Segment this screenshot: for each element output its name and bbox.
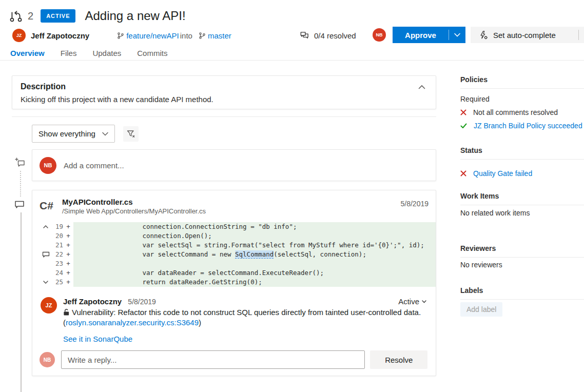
policy-text: Not all comments resolved bbox=[473, 108, 558, 116]
comment-thread-icon bbox=[14, 200, 25, 210]
csharp-file-icon: C# bbox=[40, 200, 53, 212]
line-comment-icon[interactable] bbox=[40, 251, 52, 258]
button-divider bbox=[578, 30, 579, 40]
clear-filter-button[interactable] bbox=[123, 126, 139, 142]
add-label-button[interactable]: Add label bbox=[460, 302, 502, 317]
approve-button[interactable]: Approve bbox=[393, 27, 465, 43]
file-path: /Simple Web App/Controllers/MyAPIControl… bbox=[62, 207, 206, 215]
highlighted-token[interactable]: SqlCommand bbox=[235, 250, 274, 259]
required-label: Required bbox=[460, 95, 584, 103]
avatar: NB bbox=[373, 28, 386, 42]
diff-line: 25 + return dataReader.GetString(0); bbox=[32, 278, 436, 287]
status-badge: ACTIVE bbox=[41, 9, 75, 23]
avatar: JZ bbox=[12, 29, 26, 42]
build-policy-link[interactable]: JZ Branch Build Policy succeeded bbox=[474, 122, 582, 130]
diff-sign: + bbox=[63, 259, 73, 268]
tab-updates[interactable]: Updates bbox=[92, 49, 121, 57]
pr-title-row: 2 ACTIVE Adding a new API! bbox=[9, 7, 186, 25]
pr-number: 2 bbox=[28, 10, 33, 22]
reviewers-header: Reviewers bbox=[460, 244, 584, 258]
branch-icon bbox=[199, 32, 206, 40]
add-comment-card: NB bbox=[32, 149, 436, 181]
add-comment-input[interactable] bbox=[64, 161, 436, 170]
approve-label: Approve bbox=[393, 31, 449, 40]
description-title: Description bbox=[21, 82, 427, 91]
resolve-button[interactable]: Resolve bbox=[370, 350, 427, 369]
rule-link[interactable]: roslyn.sonaranalyzer.security.cs:S3649 bbox=[66, 318, 199, 327]
code-text: var selectCommand = new SqlCommand(selec… bbox=[73, 250, 436, 259]
diff-sign: + bbox=[63, 222, 73, 231]
description-card: Description Kicking off this project wit… bbox=[12, 75, 436, 109]
show-everything-dropdown[interactable]: Show everything bbox=[32, 125, 115, 143]
set-autocomplete-button[interactable]: Set auto-complete bbox=[471, 27, 584, 43]
thread-date: 5/8/2019 bbox=[401, 200, 429, 208]
reviewers-empty: No reviewers bbox=[460, 261, 584, 269]
header-divider bbox=[0, 60, 584, 61]
chevron-down-icon[interactable] bbox=[449, 33, 465, 37]
line-number: 25 bbox=[52, 278, 63, 287]
collapse-chevron-icon[interactable] bbox=[418, 85, 425, 89]
comment-date: 5/8/2019 bbox=[128, 298, 156, 306]
sonarqube-link[interactable]: See it in SonarQube bbox=[63, 335, 132, 343]
diff-line: 19 + connection.ConnectionString = "db i… bbox=[32, 222, 436, 231]
line-number: 20 bbox=[52, 231, 63, 241]
line-number: 22 bbox=[52, 250, 63, 259]
diff-block: 19 + connection.ConnectionString = "db i… bbox=[32, 222, 436, 287]
section-divider bbox=[12, 116, 436, 117]
comments-icon bbox=[299, 31, 309, 41]
file-header: C# MyAPIController.cs /Simple Web App/Co… bbox=[32, 198, 436, 220]
line-number: 23 bbox=[52, 259, 63, 268]
diff-sign: + bbox=[63, 231, 73, 241]
policies-header: Policies bbox=[460, 75, 584, 89]
branch-info: feature/newAPI into master bbox=[112, 31, 231, 40]
pr-meta-row: JZ Jeff Zapotoczny feature/newAPI into m… bbox=[12, 28, 231, 43]
tab-commits[interactable]: Commits bbox=[137, 49, 167, 57]
file-name: MyAPIController.cs bbox=[62, 198, 133, 206]
diff-line: 20 + connection.Open(); bbox=[32, 231, 436, 241]
pull-request-page: 2 ACTIVE Adding a new API! JZ Jeff Zapot… bbox=[0, 0, 584, 392]
avatar: NB bbox=[40, 157, 56, 174]
code-text: var selectSql = string.Format("select fr… bbox=[73, 241, 436, 250]
code-text: var dataReader = selectCommand.ExecuteRe… bbox=[73, 268, 436, 278]
lock-icon bbox=[63, 308, 70, 316]
pr-tabs: Overview Files Updates Commits bbox=[10, 49, 167, 57]
file-thread-card: C# MyAPIController.cs /Simple Web App/Co… bbox=[32, 190, 436, 376]
diff-sign: + bbox=[63, 250, 73, 259]
line-number: 24 bbox=[52, 268, 63, 278]
failed-x-icon bbox=[460, 170, 466, 177]
code-text: connection.ConnectionString = "db info"; bbox=[73, 222, 436, 231]
reply-row: NB Resolve bbox=[40, 350, 427, 369]
diff-sign: + bbox=[63, 241, 73, 250]
diff-sign: + bbox=[63, 268, 73, 278]
line-number: 19 bbox=[52, 222, 63, 231]
page-title: Adding a new API! bbox=[85, 9, 185, 23]
diff-line: 24 + var dataReader = selectCommand.Exec… bbox=[32, 268, 436, 278]
comment-author: Jeff Zapotoczny bbox=[63, 297, 122, 306]
add-comment-icon bbox=[15, 158, 26, 168]
failed-x-icon bbox=[460, 109, 466, 115]
comment-status-dropdown[interactable]: Active bbox=[398, 297, 426, 306]
policy-item: JZ Branch Build Policy succeeded bbox=[460, 122, 584, 130]
avatar: NB bbox=[40, 352, 55, 367]
resolved-count: 0/4 resolved bbox=[314, 31, 356, 40]
tab-overview[interactable]: Overview bbox=[10, 49, 45, 57]
line-number: 21 bbox=[52, 241, 63, 250]
resolved-indicator: 0/4 resolved bbox=[299, 31, 356, 41]
timeline-line bbox=[21, 212, 22, 392]
description-text: Kicking off this project with a new cand… bbox=[21, 95, 427, 104]
code-text: connection.Open(); bbox=[73, 231, 436, 241]
branch-icon bbox=[117, 32, 124, 40]
tab-files[interactable]: Files bbox=[61, 49, 77, 57]
quality-gate-link[interactable]: Quality Gate failed bbox=[473, 169, 532, 178]
passed-check-icon bbox=[460, 123, 467, 129]
work-items-empty: No related work items bbox=[460, 209, 584, 217]
reply-input[interactable] bbox=[61, 350, 365, 369]
labels-header: Labels bbox=[460, 286, 584, 300]
chevron-down-icon bbox=[102, 132, 108, 136]
thread-comment: JZ Jeff Zapotoczny 5/8/2019 Vulnerabilit… bbox=[41, 297, 427, 344]
collapse-down-icon[interactable] bbox=[40, 281, 52, 284]
collapse-up-icon[interactable] bbox=[40, 225, 52, 228]
branch-connector: into bbox=[180, 31, 192, 40]
source-branch-link[interactable]: feature/newAPI bbox=[126, 31, 179, 40]
target-branch-link[interactable]: master bbox=[208, 31, 231, 40]
